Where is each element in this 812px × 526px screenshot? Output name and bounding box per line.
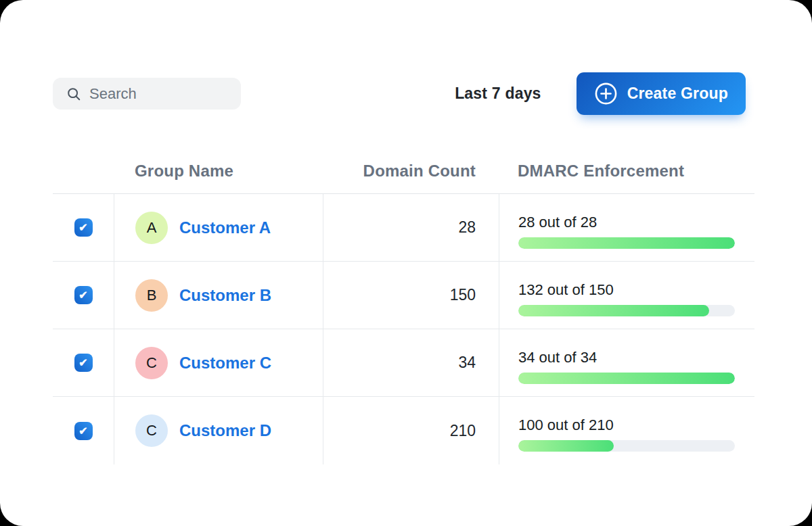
table-row: ✔ C Customer D 210 100 out of 210 (53, 397, 754, 464)
row-checkbox[interactable]: ✔ (74, 354, 93, 372)
domain-count-value: 150 (323, 262, 499, 329)
dmarc-ratio-label: 132 out of 150 (518, 281, 735, 299)
search-input[interactable] (53, 78, 241, 110)
search-icon (66, 87, 81, 101)
domain-count-value: 34 (323, 329, 499, 396)
avatar: C (135, 347, 168, 379)
dmarc-ratio-label: 28 out of 28 (518, 214, 735, 231)
create-group-button[interactable]: Create Group (577, 72, 746, 115)
column-header-domain-count: Domain Count (323, 162, 499, 181)
avatar: B (135, 279, 168, 312)
dmarc-progress-fill (518, 237, 735, 249)
dmarc-progress-bar (518, 237, 735, 249)
dmarc-progress-fill (518, 440, 614, 452)
check-icon: ✔ (78, 289, 87, 302)
avatar: A (135, 212, 168, 244)
dmarc-ratio-label: 100 out of 210 (518, 416, 735, 434)
customer-link[interactable]: Customer C (179, 354, 271, 373)
table-header-row: Group Name Domain Count DMARC Enforcemen… (53, 149, 754, 194)
search-field[interactable] (89, 85, 230, 103)
check-icon: ✔ (78, 221, 87, 234)
avatar: C (135, 414, 168, 447)
customer-link[interactable]: Customer B (179, 286, 271, 305)
column-header-dmarc-enforcement: DMARC Enforcement (499, 162, 754, 181)
customer-link[interactable]: Customer A (179, 218, 271, 237)
create-group-label: Create Group (627, 85, 728, 103)
check-icon: ✔ (78, 425, 87, 437)
dmarc-progress-bar (518, 305, 735, 316)
groups-panel: Last 7 days Create Group Group Name Doma… (0, 0, 812, 526)
row-checkbox[interactable]: ✔ (74, 218, 93, 237)
groups-table: Group Name Domain Count DMARC Enforcemen… (53, 149, 754, 464)
dmarc-ratio-label: 34 out of 34 (518, 349, 735, 366)
domain-count-value: 28 (323, 194, 499, 261)
date-range-label[interactable]: Last 7 days (455, 85, 541, 103)
table-row: ✔ B Customer B 150 132 out of 150 (53, 262, 754, 329)
customer-link[interactable]: Customer D (179, 421, 271, 440)
row-checkbox[interactable]: ✔ (74, 286, 93, 304)
table-row: ✔ C Customer C 34 34 out of 34 (53, 329, 754, 397)
dmarc-progress-bar (518, 440, 735, 452)
column-header-group-name: Group Name (114, 162, 323, 181)
domain-count-value: 210 (323, 397, 499, 464)
dmarc-progress-fill (518, 305, 709, 316)
table-row: ✔ A Customer A 28 28 out of 28 (53, 194, 754, 262)
row-checkbox[interactable]: ✔ (74, 422, 93, 440)
dmarc-progress-fill (518, 373, 735, 384)
dmarc-progress-bar (518, 373, 735, 384)
toolbar: Last 7 days Create Group (53, 72, 746, 115)
plus-circle-icon (594, 82, 618, 105)
check-icon: ✔ (78, 356, 87, 369)
